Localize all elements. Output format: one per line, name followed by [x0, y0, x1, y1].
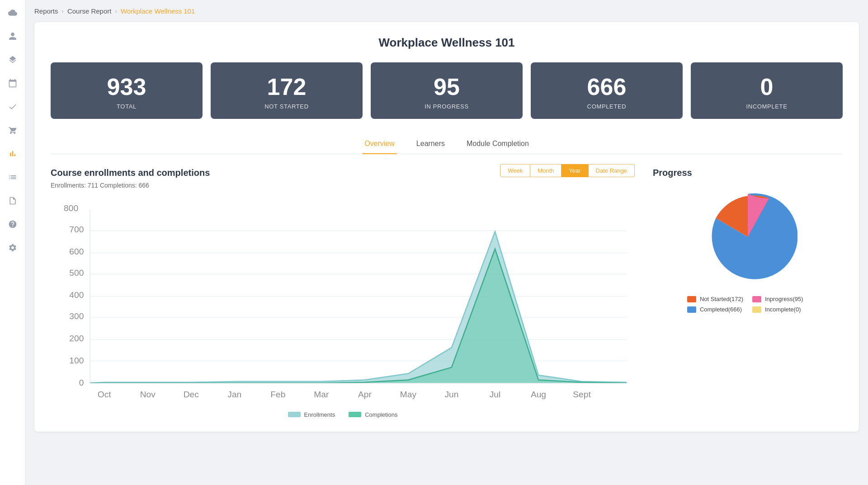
period-buttons: Week Month Year Date Range	[500, 164, 635, 177]
pie-container: Not Started(172) Inprogress(95) Complete…	[653, 187, 843, 313]
legend-completed: Completed(666)	[687, 306, 743, 313]
tasks-icon[interactable]	[5, 99, 20, 114]
chart-wrapper: 0 100 200 300 400 500 600 700 800 Oct No…	[51, 202, 635, 418]
calendar-icon[interactable]	[5, 76, 20, 90]
legend-color-not-started	[687, 296, 696, 302]
settings-icon[interactable]	[5, 240, 20, 255]
legend-not-started: Not Started(172)	[687, 296, 743, 302]
tab-overview[interactable]: Overview	[363, 135, 396, 154]
stat-label: COMPLETED	[542, 103, 672, 110]
tabs: Overview Learners Module Completion	[51, 135, 843, 154]
period-week[interactable]: Week	[500, 164, 530, 177]
svg-text:Jan: Jan	[227, 390, 241, 399]
main-card: Workplace Wellness 101 933 TOTAL 172 NOT…	[34, 22, 859, 432]
pie-legend: Not Started(172) Inprogress(95) Complete…	[687, 296, 808, 313]
breadcrumb-sep-1: ›	[62, 8, 64, 14]
breadcrumb-reports[interactable]: Reports	[34, 7, 58, 15]
svg-text:700: 700	[69, 225, 84, 234]
tab-learners[interactable]: Learners	[415, 135, 447, 154]
stat-label: IN PROGRESS	[382, 103, 512, 110]
svg-text:Sept: Sept	[573, 390, 591, 399]
stat-card-not-started[interactable]: 172 NOT STARTED	[211, 62, 363, 119]
svg-text:Oct: Oct	[98, 390, 112, 399]
enrollments-chart: 0 100 200 300 400 500 600 700 800 Oct No…	[51, 202, 635, 407]
legend-label-incomplete: Incomplete(0)	[765, 306, 801, 313]
main-content: Reports › Course Report › Workplace Well…	[25, 0, 868, 485]
stats-row: 933 TOTAL 172 NOT STARTED 95 IN PROGRESS…	[51, 62, 843, 119]
breadcrumb-course-report[interactable]: Course Report	[67, 7, 112, 15]
svg-text:Dec: Dec	[184, 390, 199, 399]
stat-number: 95	[382, 75, 512, 99]
chart-title: Course enrollments and completions	[51, 168, 210, 178]
stat-card-incomplete[interactable]: 0 INCOMPLETE	[691, 62, 843, 119]
document-icon[interactable]	[5, 193, 20, 208]
svg-text:Nov: Nov	[140, 390, 156, 399]
stat-label: TOTAL	[61, 103, 192, 110]
period-year[interactable]: Year	[561, 164, 588, 177]
svg-text:May: May	[400, 390, 417, 399]
stat-number: 172	[222, 75, 352, 99]
stat-card-in-progress[interactable]: 95 IN PROGRESS	[371, 62, 523, 119]
legend-inprogress: Inprogress(95)	[752, 296, 808, 302]
svg-text:Jul: Jul	[490, 390, 501, 399]
svg-text:0: 0	[79, 378, 84, 387]
user-icon[interactable]	[5, 29, 20, 43]
completions-legend-label: Completions	[365, 411, 397, 418]
svg-text:500: 500	[69, 268, 84, 278]
svg-text:Jun: Jun	[444, 390, 458, 399]
svg-marker-31	[90, 231, 627, 383]
legend-label-not-started: Not Started(172)	[700, 296, 743, 302]
svg-text:100: 100	[69, 356, 84, 365]
stat-label: INCOMPLETE	[702, 103, 832, 110]
cloud-icon[interactable]	[5, 5, 20, 20]
breadcrumb-current: Workplace Wellness 101	[121, 7, 195, 15]
svg-text:600: 600	[69, 247, 84, 256]
svg-text:Mar: Mar	[314, 390, 329, 399]
legend-color-completed	[687, 306, 696, 313]
legend-incomplete: Incomplete(0)	[752, 306, 808, 313]
tab-module-completion[interactable]: Module Completion	[465, 135, 531, 154]
cart-icon[interactable]	[5, 123, 20, 137]
svg-text:Aug: Aug	[531, 390, 546, 399]
svg-text:Feb: Feb	[270, 390, 285, 399]
stat-card-completed[interactable]: 666 COMPLETED	[531, 62, 683, 119]
enrollments-legend-label: Enrollments	[304, 411, 335, 418]
chart-section: Course enrollments and completions Enrol…	[51, 168, 635, 418]
svg-text:200: 200	[69, 334, 84, 343]
sidebar	[0, 0, 25, 485]
reports-icon[interactable]	[5, 146, 20, 161]
svg-marker-32	[90, 249, 627, 383]
stat-card-total[interactable]: 933 TOTAL	[51, 62, 203, 119]
page-title: Workplace Wellness 101	[51, 36, 843, 50]
layers-icon[interactable]	[5, 52, 20, 67]
legend-color-inprogress	[752, 296, 761, 302]
progress-pie-chart	[698, 187, 797, 287]
progress-section: Progress	[653, 168, 843, 418]
period-month[interactable]: Month	[530, 164, 561, 177]
content-grid: Course enrollments and completions Enrol…	[51, 168, 843, 418]
breadcrumb-sep-2: ›	[115, 8, 117, 14]
list-icon[interactable]	[5, 170, 20, 184]
stat-number: 666	[542, 75, 672, 99]
progress-title: Progress	[653, 168, 843, 178]
svg-text:800: 800	[64, 203, 78, 213]
svg-text:300: 300	[69, 311, 84, 321]
chart-info: Enrollments: 711 Completions: 666	[51, 182, 210, 189]
help-icon[interactable]	[5, 217, 20, 231]
stat-number: 0	[702, 75, 832, 99]
svg-text:400: 400	[69, 290, 84, 300]
legend-color-incomplete	[752, 306, 761, 313]
svg-text:Apr: Apr	[358, 390, 372, 399]
stat-number: 933	[61, 75, 192, 99]
legend-label-completed: Completed(666)	[700, 306, 742, 313]
breadcrumb: Reports › Course Report › Workplace Well…	[34, 7, 859, 15]
period-date-range[interactable]: Date Range	[589, 164, 635, 177]
stat-label: NOT STARTED	[222, 103, 352, 110]
legend-label-inprogress: Inprogress(95)	[765, 296, 803, 302]
